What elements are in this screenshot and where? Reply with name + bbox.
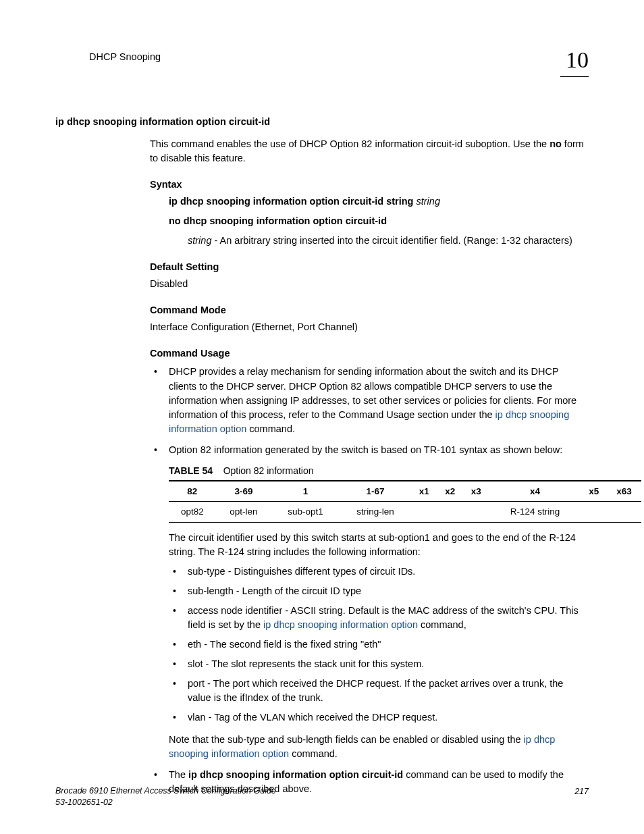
th-6: x3 [463,481,489,502]
li-4: slot - The slot represents the stack uni… [188,658,424,669]
td-6 [463,502,489,523]
syntax-1-italic: string [413,196,440,207]
th-7: x4 [489,481,581,502]
note-paragraph: Note that the sub-type and sub-length fi… [169,733,589,761]
li-3: eth - The second field is the fixed stri… [188,639,381,650]
li-5: port - The port which received the DHCP … [188,678,563,703]
b3-a: The [169,769,188,780]
li-6: vlan - Tag of the VLAN which received th… [188,712,437,723]
td-0: opt82 [169,502,216,523]
list-item: sub-length - Length of the circuit ID ty… [169,584,589,598]
note-b: command. [289,748,338,759]
command-title: ip dhcp snooping information option circ… [55,115,589,129]
td-3: string-len [340,502,411,523]
usage-bullet-2: Option 82 information generated by the s… [150,443,589,457]
th-9: x63 [607,481,641,502]
li-0: sub-type - Distinguishes different types… [188,566,415,577]
syntax-param-name: string [188,235,211,246]
table-label: TABLE 54 [169,465,213,476]
th-2: 1 [271,481,340,502]
syntax-param-desc: - An arbitrary string inserted into the … [211,235,572,246]
mode-value: Interface Configuration (Ethernet, Port … [150,320,589,334]
syntax-heading: Syntax [150,178,589,192]
intro-no: no [549,138,562,149]
th-5: x2 [437,481,463,502]
header-section-title: DHCP Snooping [89,43,161,64]
default-value: Disabled [150,277,589,291]
list-item: vlan - Tag of the VLAN which received th… [169,710,589,725]
list-item: access node identifier - ASCII string. D… [169,604,589,632]
th-3: 1-67 [340,481,411,502]
chapter-number: 10 [560,43,589,77]
syntax-1-bold: ip dhcp snooping information option circ… [169,196,413,207]
table-caption: TABLE 54 Option 82 information [169,464,589,477]
syntax-line-1: ip dhcp snooping information option circ… [169,194,589,209]
td-8 [581,502,607,523]
after-table-p1: The circuit identifier used by this swit… [169,531,589,559]
table-caption-text: Option 82 information [223,465,314,476]
li-2-post: command, [418,619,466,630]
table-header-row: 82 3-69 1 1-67 x1 x2 x3 x4 x5 x63 [169,481,641,502]
intro-text-a: This command enables the use of DHCP Opt… [150,138,549,149]
page-header: DHCP Snooping 10 [89,43,589,77]
usage-list: DHCP provides a relay mechanism for send… [150,365,589,457]
th-0: 82 [169,481,216,502]
table-row: opt82 opt-len sub-opt1 string-len R-124 … [169,502,641,523]
mode-heading: Command Mode [150,303,589,317]
b3-bold: ip dhcp snooping information option circ… [188,769,403,780]
syntax-2-bold: no dhcp snooping information option circ… [169,215,387,226]
footer-page-number: 217 [574,785,589,808]
intro-paragraph: This command enables the use of DHCP Opt… [150,137,589,165]
td-1: opt-len [216,502,271,523]
list-item: eth - The second field is the fixed stri… [169,637,589,652]
th-4: x1 [411,481,437,502]
list-item: port - The port which received the DHCP … [169,677,589,705]
td-7: R-124 string [489,502,581,523]
footer-doc-title: Brocade 6910 Ethernet Access Switch Conf… [55,785,276,797]
option82-table: 82 3-69 1 1-67 x1 x2 x3 x4 x5 x63 opt82 … [169,480,641,523]
usage-b1-b: command. [246,423,295,434]
syntax-param: string - An arbitrary string inserted in… [188,234,589,248]
usage-heading: Command Usage [150,346,589,361]
footer-left: Brocade 6910 Ethernet Access Switch Conf… [55,785,276,808]
usage-b2: Option 82 information generated by the s… [169,444,562,455]
th-1: 3-69 [216,481,271,502]
td-4 [411,502,437,523]
page-footer: Brocade 6910 Ethernet Access Switch Conf… [55,785,589,808]
list-item: sub-type - Distinguishes different types… [169,565,589,579]
syntax-line-2: no dhcp snooping information option circ… [169,214,589,228]
li-2-link[interactable]: ip dhcp snooping information option [263,619,418,630]
list-item: slot - The slot represents the stack uni… [169,657,589,671]
circuit-id-list: sub-type - Distinguishes different types… [169,565,589,725]
th-8: x5 [581,481,607,502]
footer-doc-id: 53-1002651-02 [55,797,276,808]
usage-bullet-1: DHCP provides a relay mechanism for send… [150,365,589,436]
note-a: Note that the sub-type and sub-length fi… [169,734,524,745]
default-heading: Default Setting [150,260,589,274]
td-5 [437,502,463,523]
li-1: sub-length - Length of the circuit ID ty… [188,585,361,596]
td-2: sub-opt1 [271,502,340,523]
td-9 [607,502,641,523]
